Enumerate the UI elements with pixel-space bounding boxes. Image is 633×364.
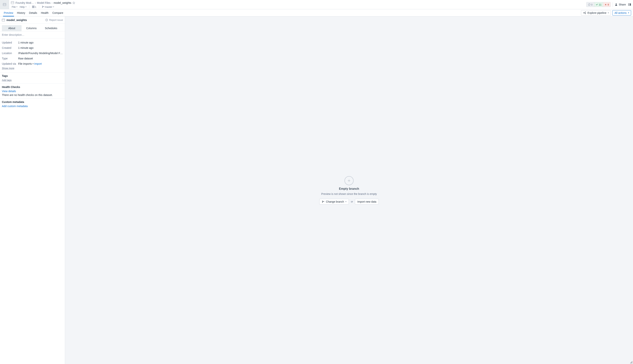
grid-icon bbox=[32, 6, 34, 8]
svg-point-15 bbox=[584, 12, 584, 13]
svg-point-6 bbox=[42, 7, 42, 8]
user-icon bbox=[615, 3, 618, 6]
chevron-right-icon: › bbox=[35, 1, 36, 4]
health-heading: Health Checks bbox=[2, 86, 63, 88]
status-sync[interactable]: 0 bbox=[586, 2, 594, 7]
svg-point-17 bbox=[585, 13, 586, 14]
status-err-count: 9 bbox=[608, 3, 609, 6]
custom-meta-heading: Custom metadata bbox=[2, 100, 63, 104]
meta-updated: Updated 1 minute ago bbox=[2, 40, 63, 45]
tab-compare[interactable]: Compare bbox=[50, 9, 65, 16]
meta-key: Location bbox=[2, 52, 18, 55]
tab-details[interactable]: Details bbox=[27, 9, 39, 16]
sidebar-title-row: model_weights Report issue bbox=[0, 16, 65, 24]
menu-file[interactable]: File▾ bbox=[11, 6, 18, 8]
report-issue-link[interactable]: Report issue bbox=[45, 18, 63, 22]
main: model_weights Report issue About Columns… bbox=[0, 16, 633, 364]
status-ok[interactable]: 11 bbox=[594, 2, 603, 7]
share-button[interactable]: Share bbox=[615, 3, 626, 6]
tags-heading: Tags bbox=[2, 74, 63, 78]
star-icon[interactable] bbox=[72, 2, 75, 4]
breadcrumb-current[interactable]: model_weights bbox=[54, 1, 71, 4]
tab-preview[interactable]: Preview bbox=[2, 9, 15, 16]
svg-point-5 bbox=[42, 6, 42, 6]
meta-value: 1 minute ago bbox=[18, 41, 63, 44]
svg-marker-0 bbox=[73, 2, 75, 4]
branch-selector[interactable]: master ▾ bbox=[41, 6, 55, 8]
svg-rect-13 bbox=[628, 5, 630, 6]
description-input[interactable]: Enter description… bbox=[0, 32, 65, 38]
tab-health[interactable]: Health bbox=[39, 9, 50, 16]
clock-plus-icon bbox=[45, 18, 48, 22]
meta-block: Updated 1 minute ago Created 1 minute ag… bbox=[0, 38, 65, 72]
change-branch-button[interactable]: Change branch ▾ bbox=[319, 199, 349, 204]
all-actions-button[interactable]: All actions ▾ bbox=[612, 10, 631, 16]
branch-name: master bbox=[45, 6, 52, 8]
branch-icon bbox=[42, 6, 44, 8]
subtab-columns[interactable]: Columns bbox=[22, 25, 41, 31]
explore-pipeline-button[interactable]: Explore pipeline ▾ bbox=[581, 10, 611, 16]
empty-state: Empty branch Preview is not shown since … bbox=[319, 176, 379, 204]
caret-down-icon: ▾ bbox=[608, 12, 609, 14]
menubar: File▾ Help▾ 1 master ▾ bbox=[9, 5, 584, 9]
dataset-icon bbox=[11, 1, 14, 4]
add-tags-link[interactable]: Add tags bbox=[2, 79, 12, 82]
share-label: Share bbox=[619, 3, 626, 6]
breadcrumb: Foundry Mod… › Model Files › model_weigh… bbox=[9, 0, 584, 5]
menu-help[interactable]: Help▾ bbox=[19, 6, 27, 8]
import-new-label: Import new data bbox=[357, 200, 376, 203]
meta-key: Type bbox=[2, 57, 18, 60]
panel-toggle-icon[interactable] bbox=[628, 3, 631, 6]
meta-value: Raw dataset bbox=[18, 57, 63, 60]
svg-point-21 bbox=[322, 201, 322, 201]
breadcrumb-item[interactable]: Foundry Mod… bbox=[16, 1, 34, 4]
all-actions-label: All actions bbox=[614, 11, 626, 14]
breadcrumb-item[interactable]: Model Files bbox=[37, 1, 50, 4]
dot: • bbox=[32, 62, 34, 65]
caret-down-icon: ▾ bbox=[26, 6, 26, 8]
custom-metadata-section: Custom metadata Add custom metadata bbox=[0, 98, 65, 110]
empty-title: Empty branch bbox=[339, 187, 359, 190]
meta-updated-via: Updated via File imports • Import bbox=[2, 61, 63, 66]
add-custom-meta-link[interactable]: Add custom metadata bbox=[2, 104, 28, 108]
meta-key: Updated via bbox=[2, 62, 18, 65]
svg-point-22 bbox=[322, 202, 322, 202]
svg-point-10 bbox=[616, 4, 616, 4]
content-area: Empty branch Preview is not shown since … bbox=[65, 16, 633, 364]
import-new-data-button[interactable]: Import new data bbox=[355, 199, 379, 204]
view-count-value: 1 bbox=[35, 6, 36, 8]
status-ok-count: 11 bbox=[599, 3, 602, 6]
health-section: Health Checks View details There are no … bbox=[0, 84, 65, 98]
refresh-icon bbox=[588, 4, 590, 6]
subtab-about[interactable]: About bbox=[2, 25, 22, 31]
view-count[interactable]: 1 bbox=[31, 6, 37, 8]
svg-rect-3 bbox=[32, 7, 33, 8]
caret-down-icon: ▾ bbox=[53, 6, 54, 8]
tab-history[interactable]: History bbox=[15, 9, 27, 16]
svg-rect-1 bbox=[32, 6, 33, 6]
import-link[interactable]: Import bbox=[34, 62, 42, 65]
separator bbox=[39, 6, 39, 8]
empty-subtitle: Preview is not shown since the branch is… bbox=[321, 192, 377, 196]
show-more-link[interactable]: Show more bbox=[2, 66, 63, 71]
app-icon[interactable] bbox=[0, 0, 9, 9]
svg-point-16 bbox=[585, 12, 586, 12]
updated-via-text: File imports bbox=[18, 62, 32, 65]
caret-down-icon: ▾ bbox=[16, 6, 18, 8]
page-tabs: Preview History Details Health Compare E… bbox=[0, 9, 633, 16]
dataset-icon bbox=[3, 3, 6, 6]
svg-rect-11 bbox=[628, 4, 630, 4]
meta-key: Created bbox=[2, 46, 18, 50]
health-empty-text: There are no health checks on this datas… bbox=[2, 94, 63, 96]
status-err[interactable]: 9 bbox=[603, 2, 610, 7]
caret-down-icon: ▾ bbox=[628, 12, 629, 14]
subtab-schedules[interactable]: Schedules bbox=[41, 25, 61, 31]
resize-handle-icon[interactable] bbox=[630, 361, 632, 364]
svg-rect-4 bbox=[34, 7, 34, 8]
sidebar-subtabs: About Columns Schedules bbox=[0, 24, 65, 32]
view-details-link[interactable]: View details bbox=[2, 90, 16, 93]
svg-rect-2 bbox=[34, 6, 34, 6]
plus-circle-icon bbox=[344, 176, 354, 185]
report-issue-label: Report issue bbox=[49, 18, 63, 22]
meta-value: 1 minute ago bbox=[18, 46, 63, 50]
